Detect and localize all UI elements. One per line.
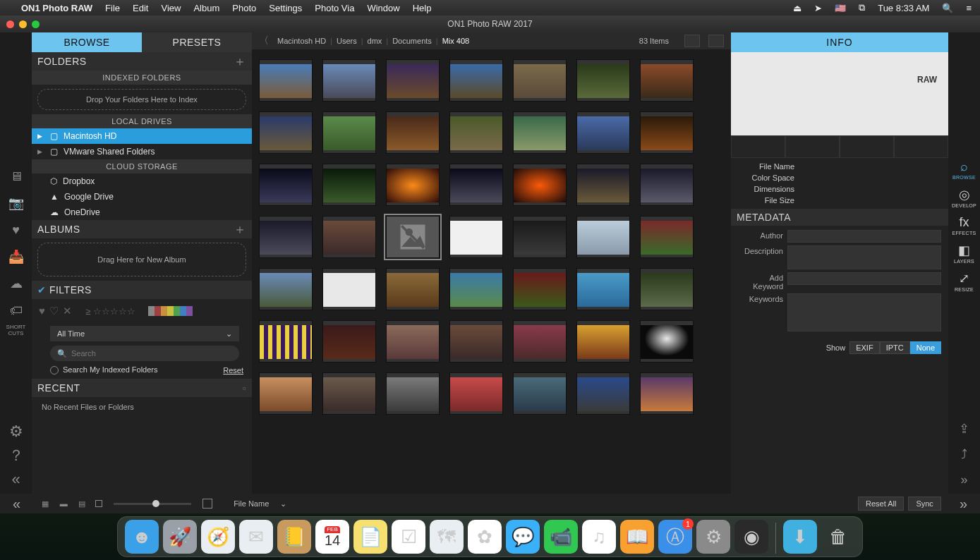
show-none-button[interactable]: None [910,341,941,354]
like-filter[interactable]: ♥ ♡ ✕ [39,305,73,317]
crumb-current[interactable]: Mix 408 [442,37,470,45]
thumbnail[interactable] [640,372,694,415]
keywords-input[interactable] [787,293,941,331]
menu-extras-icon[interactable]: ≡ [966,3,972,13]
settings-icon[interactable]: ⚙ [5,422,28,442]
thumbnail[interactable] [449,59,503,102]
add-album-icon[interactable]: ＋ [234,221,247,238]
thumbnail[interactable] [576,59,630,102]
minimize-window-button[interactable] [19,20,27,28]
color-label-filter[interactable] [148,306,193,316]
chevron-down-icon[interactable]: ⌄ [280,499,286,509]
location-icon[interactable]: ➤ [814,3,822,13]
add-folder-icon[interactable]: ＋ [234,53,247,70]
crumb[interactable]: dmx [368,37,382,45]
menu-album[interactable]: Album [193,3,219,13]
expand-right-icon[interactable]: » [953,470,976,489]
thumbnail[interactable] [576,164,630,206]
dock-ibooks[interactable]: 📖 [620,520,654,554]
thumbnail[interactable] [386,111,440,154]
export-icon[interactable]: ⤴ [953,444,976,464]
thumbnail[interactable] [640,268,694,310]
close-window-button[interactable] [6,20,14,28]
thumbnail[interactable] [386,164,440,206]
module-browse[interactable]: ⌕BROWSE [951,157,978,183]
thumbnail[interactable] [386,216,440,258]
thumbnail[interactable] [259,111,313,154]
show-iptc-button[interactable]: IPTC [880,341,910,354]
thumb-size-slider[interactable] [114,503,191,505]
thumbnail[interactable] [640,59,694,102]
thumbnail[interactable] [386,320,440,363]
thumbnail[interactable] [386,59,440,102]
thumbnail[interactable] [513,268,567,310]
dock-itunes[interactable]: ♫ [582,520,616,554]
folders-header[interactable]: FOLDERS ＋ [32,52,252,71]
dock-calendar[interactable]: FEB14 [315,520,349,554]
metadata-header[interactable]: METADATA [731,209,948,226]
indexed-drop-area[interactable]: Drop Your Folders Here to Index [37,89,246,110]
back-button[interactable]: 〈 [259,35,273,47]
thumbnail[interactable] [576,372,630,415]
dock-sysprefs[interactable]: ⚙ [696,520,730,554]
compare-view-icon[interactable]: ▤ [75,499,88,509]
thumbnail[interactable] [259,164,313,206]
flag-icon[interactable]: 🇺🇸 [835,3,846,13]
recent-header[interactable]: RECENT ▫ [32,379,252,397]
thumbnail[interactable] [449,372,503,415]
menu-view[interactable]: View [161,3,181,13]
module-develop[interactable]: ◎DEVELOP [951,184,978,211]
thumbnail[interactable] [259,59,313,102]
help-icon[interactable]: ？ [5,446,28,465]
app-menu[interactable]: ON1 Photo RAW [21,3,92,13]
thumbnail[interactable] [449,268,503,310]
thumbnail[interactable] [513,111,567,154]
thumbnail[interactable] [449,320,503,363]
sync-button[interactable]: Sync [908,497,940,511]
module-effects[interactable]: fxEFFECTS [951,212,978,238]
thumbnail[interactable] [576,268,630,310]
collapse-left-icon[interactable]: « [5,470,28,489]
thumbnail[interactable] [640,111,694,154]
rating-filter[interactable]: ≥ ☆☆☆☆☆ [85,306,135,317]
dock-launchpad[interactable]: 🚀 [163,520,197,554]
tab-presets[interactable]: PRESETS [142,32,252,52]
thumbnail[interactable] [322,320,376,363]
thumbnail[interactable] [640,164,694,206]
collapse-right-chevron[interactable]: » [955,496,972,512]
thumbnail[interactable] [322,216,376,258]
thumbnail[interactable] [386,372,440,415]
thumbnail[interactable] [513,164,567,206]
dock-reminders[interactable]: ☑ [392,520,425,554]
thumb-sizer-2[interactable] [708,35,724,47]
inbox-icon[interactable]: 📥 [5,247,28,267]
menu-settings[interactable]: Settings [269,3,302,13]
thumbnail[interactable] [259,268,313,310]
zoom-window-button[interactable] [32,20,40,28]
drive-vmware[interactable]: ▶ ▢ VMware Shared Folders [32,144,252,159]
crumb[interactable]: Documents [392,37,432,45]
drive-macintosh-hd[interactable]: ▶ ▢ Macintosh HD [32,128,252,144]
camera-icon[interactable]: 📷 [5,193,28,213]
cloud-googledrive[interactable]: ▲Google Drive [32,189,252,205]
albums-header[interactable]: ALBUMS ＋ [32,220,252,238]
crumb[interactable]: Macintosh HD [277,37,326,45]
dock-appstore[interactable]: Ⓐ1 [658,520,692,554]
dock-finder[interactable]: ☻ [125,520,159,554]
thumbnail[interactable] [322,59,376,102]
thumbnail[interactable] [322,268,376,310]
menu-file[interactable]: File [105,3,120,13]
collapse-left-chevron[interactable]: « [8,496,25,512]
menu-help[interactable]: Help [413,3,432,13]
dock-messages[interactable]: 💬 [506,520,540,554]
author-input[interactable] [787,230,941,243]
clear-recent-icon[interactable]: ▫ [243,382,246,394]
tab-browse[interactable]: BROWSE [32,32,142,52]
show-exif-button[interactable]: EXIF [849,341,879,354]
search-indexed-toggle[interactable]: Search My Indexed Folders [50,365,158,375]
dock-facetime[interactable]: 📹 [544,520,578,554]
module-layers[interactable]: ◧LAYERS [951,240,978,267]
filters-header[interactable]: ✔ FILTERS [32,281,252,299]
thumbnail[interactable] [640,320,694,363]
thumbnail[interactable] [449,216,503,258]
